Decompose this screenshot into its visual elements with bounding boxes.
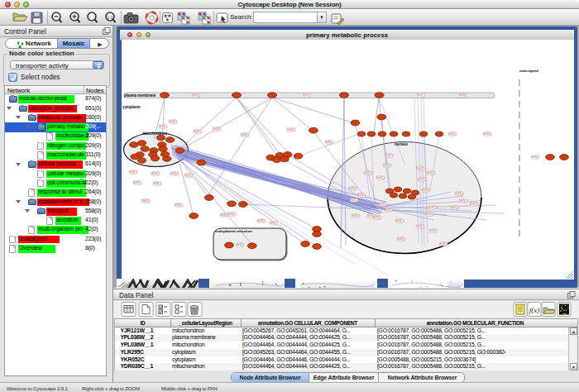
svg-text:Snf3(-): Snf3(-) — [460, 93, 467, 97]
svg-text:Snf3(-): Snf3(-) — [237, 243, 244, 246]
svg-text:Snf3(-): Snf3(-) — [152, 172, 160, 175]
svg-text:Snf3(-): Snf3(-) — [419, 178, 426, 181]
svg-text:Snf3(-): Snf3(-) — [384, 164, 391, 167]
svg-text:Snf3(-): Snf3(-) — [326, 141, 333, 144]
svg-text:Snf3(-): Snf3(-) — [440, 242, 447, 246]
svg-text:Snf3(-): Snf3(-) — [471, 203, 478, 206]
svg-text:Snf3(-): Snf3(-) — [213, 127, 221, 131]
svg-text:Snf3(-): Snf3(-) — [349, 187, 356, 190]
svg-text:Snf3(-): Snf3(-) — [418, 93, 425, 97]
svg-text:Snf3(-): Snf3(-) — [142, 199, 150, 203]
svg-text:Snf3(-): Snf3(-) — [352, 214, 360, 218]
svg-text:Snf3(-): Snf3(-) — [417, 225, 424, 228]
svg-text:Snf3(-): Snf3(-) — [452, 206, 459, 209]
svg-text:Snf3(-): Snf3(-) — [428, 171, 435, 174]
svg-text:Snf3(-): Snf3(-) — [228, 213, 236, 216]
svg-text:Snf3(-): Snf3(-) — [351, 198, 358, 202]
svg-text:Snf3(-): Snf3(-) — [365, 171, 372, 174]
svg-text:Snf3(-): Snf3(-) — [449, 132, 457, 136]
svg-text:Snf3(-): Snf3(-) — [358, 194, 366, 197]
svg-text:mitochondrion: mitochondrion — [142, 131, 167, 136]
svg-text:Snf3(-): Snf3(-) — [154, 182, 161, 185]
svg-text:plasma membrane: plasma membrane — [124, 93, 156, 98]
svg-text:Snf3(-): Snf3(-) — [175, 203, 183, 207]
svg-text:nucleus: nucleus — [395, 142, 409, 146]
svg-text:Snf3(-): Snf3(-) — [193, 93, 200, 97]
svg-text:Snf3(-): Snf3(-) — [377, 176, 385, 179]
svg-text:Snf3(-): Snf3(-) — [426, 213, 433, 216]
svg-text:Snf3(-): Snf3(-) — [374, 216, 381, 219]
svg-text:Snf3(-): Snf3(-) — [170, 120, 177, 123]
svg-text:Snf3(-): Snf3(-) — [532, 155, 539, 159]
svg-text:Snf3(-): Snf3(-) — [221, 213, 228, 217]
svg-text:unassigned: unassigned — [519, 69, 538, 73]
svg-text:Snf3(-): Snf3(-) — [130, 170, 137, 174]
svg-text:Snf3(-): Snf3(-) — [160, 125, 167, 128]
svg-text:Snf3(-): Snf3(-) — [396, 219, 404, 222]
svg-text:endoplasmic reticulum: endoplasmic reticulum — [215, 229, 252, 233]
svg-text:Snf3(-): Snf3(-) — [258, 219, 266, 222]
svg-text:cytoplasm: cytoplasm — [122, 105, 140, 109]
svg-text:Snf3(-): Snf3(-) — [242, 133, 249, 136]
svg-text:Snf3(-): Snf3(-) — [484, 132, 491, 136]
svg-text:Snf3(-): Snf3(-) — [385, 208, 393, 212]
svg-text:Snf3(-): Snf3(-) — [430, 229, 438, 232]
svg-text:Snf3(-): Snf3(-) — [171, 172, 179, 175]
svg-text:Snf3(-): Snf3(-) — [304, 93, 311, 97]
svg-text:Snf3(-): Snf3(-) — [423, 189, 430, 192]
svg-text:Snf3(-): Snf3(-) — [134, 181, 141, 184]
svg-text:Snf3(-): Snf3(-) — [460, 199, 467, 203]
svg-text:Snf3(-): Snf3(-) — [417, 167, 424, 170]
svg-text:f(x): f(x) — [529, 306, 540, 314]
svg-text:Snf3(-): Snf3(-) — [429, 206, 437, 209]
svg-text:Snf3(-): Snf3(-) — [194, 130, 202, 133]
svg-text:Snf3(-): Snf3(-) — [288, 128, 295, 131]
svg-text:Snf3(-): Snf3(-) — [380, 203, 387, 206]
svg-text:Snf3(-): Snf3(-) — [398, 237, 405, 241]
svg-text:Snf3(-): Snf3(-) — [185, 174, 193, 177]
svg-text:Snf3(-): Snf3(-) — [270, 222, 278, 225]
svg-text:1:1: 1:1 — [108, 15, 113, 20]
svg-text:Snf3(-): Snf3(-) — [385, 154, 393, 157]
svg-text:Snf3(-): Snf3(-) — [456, 192, 463, 195]
